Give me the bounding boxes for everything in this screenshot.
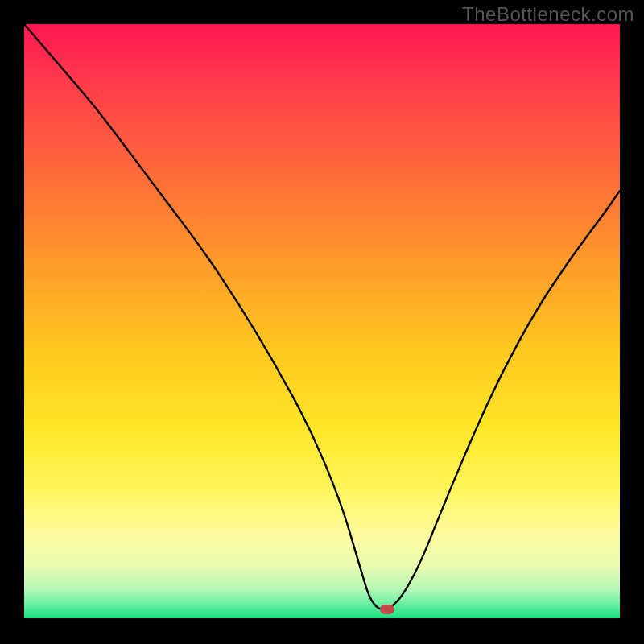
- optimum-marker: [380, 605, 394, 614]
- chart-frame: TheBottleneck.com: [0, 0, 644, 644]
- curve-layer: [24, 24, 620, 618]
- watermark-text: TheBottleneck.com: [462, 3, 634, 26]
- bottleneck-curve: [24, 24, 620, 609]
- plot-area: [24, 24, 620, 618]
